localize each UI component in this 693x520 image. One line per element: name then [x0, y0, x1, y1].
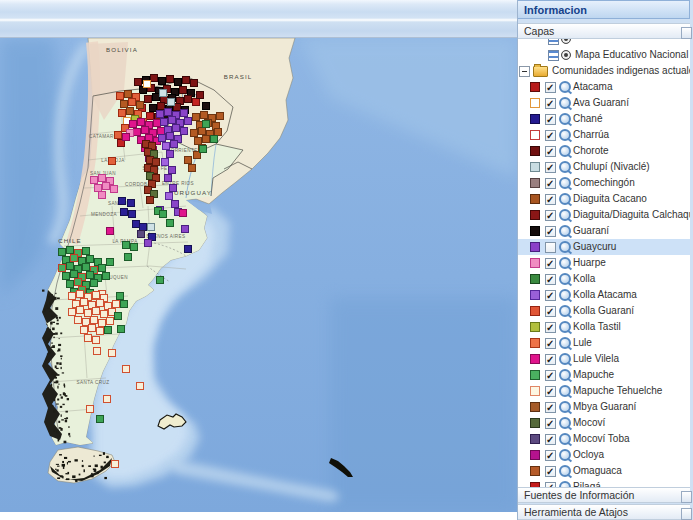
community-marker-te[interactable] — [97, 328, 104, 335]
community-marker-pk[interactable] — [95, 185, 102, 192]
community-marker-or[interactable] — [117, 93, 124, 100]
community-marker-te[interactable] — [99, 320, 106, 327]
community-marker-g2[interactable] — [59, 265, 66, 272]
layer-row-kolla-atacama[interactable]: Kolla Atacama — [518, 287, 690, 303]
zoom-to-layer-icon[interactable] — [559, 353, 571, 365]
layer-row-mocov-[interactable]: Mocoví — [518, 415, 690, 431]
community-marker-te[interactable] — [101, 311, 108, 318]
community-marker-or[interactable] — [115, 132, 122, 139]
zoom-to-layer-icon[interactable] — [559, 369, 571, 381]
community-marker-dr[interactable] — [191, 80, 198, 87]
layer-row-mocov-toba[interactable]: Mocoví Toba — [518, 431, 690, 447]
community-marker-pb[interactable] — [168, 99, 175, 106]
community-marker-ru[interactable] — [199, 128, 206, 135]
community-marker-te[interactable] — [81, 327, 88, 334]
layer-checkbox[interactable] — [545, 130, 556, 141]
community-marker-gr[interactable] — [123, 242, 130, 249]
community-marker-pu[interactable] — [182, 226, 189, 233]
community-marker-pk[interactable] — [103, 183, 110, 190]
community-marker-ru[interactable] — [127, 108, 134, 115]
community-marker-pu[interactable] — [173, 125, 180, 132]
section-header-fuentes[interactable]: Fuentes de Información — [518, 487, 690, 503]
community-marker-vi[interactable] — [162, 159, 169, 166]
layer-row-ava-guaran-[interactable]: Ava Guaraní — [518, 95, 690, 111]
community-marker-nv[interactable] — [140, 224, 147, 231]
community-marker-gr[interactable] — [87, 256, 94, 263]
fuentes-collapse-icon[interactable] — [681, 491, 692, 503]
community-marker-mg[interactable] — [142, 127, 149, 134]
community-marker-ru[interactable] — [195, 138, 202, 145]
community-marker-bk[interactable] — [153, 94, 160, 101]
map-canvas[interactable]: BOLIVIABRASILPARAGUAYURUGUAYCHILECATAMAR… — [0, 38, 517, 512]
community-marker-gr[interactable] — [107, 259, 114, 266]
community-marker-aw[interactable] — [144, 81, 151, 88]
community-marker-pu[interactable] — [169, 117, 176, 124]
community-marker-dr[interactable] — [151, 75, 158, 82]
layer-checkbox[interactable] — [545, 402, 556, 413]
community-marker-gr[interactable] — [63, 273, 70, 280]
community-marker-pu[interactable] — [145, 240, 152, 247]
zoom-to-layer-icon[interactable] — [559, 145, 571, 157]
community-marker-ru[interactable] — [137, 102, 144, 109]
layer-checkbox[interactable] — [545, 178, 556, 189]
community-marker-nv[interactable] — [119, 198, 126, 205]
community-marker-gr[interactable] — [67, 247, 74, 254]
community-marker-te[interactable] — [113, 301, 120, 308]
zoom-to-layer-icon[interactable] — [559, 161, 571, 173]
zoom-to-layer-icon[interactable] — [559, 241, 571, 253]
layer-row-charr-a[interactable]: Charrúa — [518, 127, 690, 143]
community-marker-rd[interactable] — [193, 99, 200, 106]
zoom-to-layer-icon[interactable] — [559, 417, 571, 429]
zoom-to-layer-icon[interactable] — [559, 97, 571, 109]
layer-row-kolla-guaran-[interactable]: Kolla Guaraní — [518, 303, 690, 319]
community-marker-dr2[interactable] — [147, 197, 154, 204]
community-marker-gr[interactable] — [71, 271, 78, 278]
map-viewport[interactable]: BOLIVIABRASILPARAGUAYURUGUAYCHILECATAMAR… — [0, 37, 517, 512]
community-marker-ru[interactable] — [125, 91, 132, 98]
zoom-to-layer-icon[interactable] — [559, 449, 571, 461]
community-marker-te[interactable] — [93, 308, 100, 315]
community-marker-dr[interactable] — [183, 77, 190, 84]
community-marker-te[interactable] — [93, 292, 100, 299]
community-marker-pu[interactable] — [167, 133, 174, 140]
community-marker-mg[interactable] — [130, 121, 137, 128]
community-marker-nv[interactable] — [128, 200, 135, 207]
community-marker-te[interactable] — [77, 291, 84, 298]
community-marker-pu[interactable] — [159, 135, 166, 142]
community-marker-or[interactable] — [129, 99, 136, 106]
zoom-to-layer-icon[interactable] — [559, 209, 571, 221]
community-marker-pu[interactable] — [170, 185, 177, 192]
community-marker-gr[interactable] — [87, 272, 94, 279]
community-marker-pu[interactable] — [165, 109, 172, 116]
community-marker-bk[interactable] — [175, 79, 182, 86]
layer-checkbox[interactable] — [545, 274, 556, 285]
community-marker-dr[interactable] — [167, 76, 174, 83]
community-marker-mg[interactable] — [107, 228, 114, 235]
layer-row-guaycuru[interactable]: Guaycuru — [518, 239, 690, 255]
layer-checkbox[interactable] — [545, 114, 556, 125]
community-marker-dr[interactable] — [135, 79, 142, 86]
layer-checkbox[interactable] — [545, 434, 556, 445]
layer-row-lule[interactable]: Lule — [518, 335, 690, 351]
community-marker-gr[interactable] — [211, 136, 218, 143]
community-marker-gr[interactable] — [99, 265, 106, 272]
layer-row-chan-[interactable]: Chané — [518, 111, 690, 127]
community-marker-gr[interactable] — [121, 301, 128, 308]
layer-checkbox[interactable] — [545, 146, 556, 157]
community-marker-pu[interactable] — [157, 111, 164, 118]
atajos-collapse-icon[interactable] — [681, 508, 692, 520]
community-marker-te[interactable] — [112, 461, 119, 468]
community-marker-gr[interactable] — [91, 280, 98, 287]
community-marker-gr[interactable] — [203, 121, 210, 128]
community-marker-gr[interactable] — [105, 327, 112, 334]
community-marker-pb[interactable] — [160, 90, 167, 97]
layer-checkbox[interactable] — [545, 290, 556, 301]
layer-checkbox[interactable] — [545, 450, 556, 461]
layer-row-guaran-[interactable]: Guaraní — [518, 223, 690, 239]
collapse-minus-icon[interactable] — [519, 66, 530, 77]
layer-checkbox[interactable] — [545, 210, 556, 221]
community-marker-mg[interactable] — [154, 120, 161, 127]
community-marker-gr[interactable] — [59, 249, 66, 256]
community-marker-gr[interactable] — [157, 277, 164, 284]
community-marker-vi[interactable] — [163, 143, 170, 150]
